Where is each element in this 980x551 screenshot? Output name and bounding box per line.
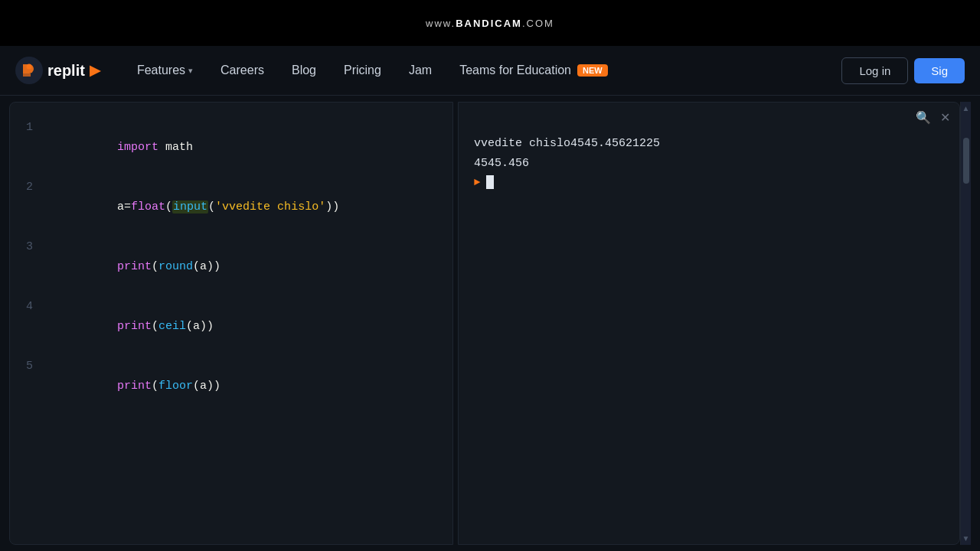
nav-blog[interactable]: Blog: [278, 57, 330, 83]
logo-arrow-icon: ▶: [90, 62, 100, 79]
line-code-3: print(round(a)): [48, 237, 452, 297]
bandicam-text: www.BANDICAM.COM: [426, 18, 554, 29]
svg-point-1: [27, 64, 32, 70]
nav-careers[interactable]: Careers: [207, 57, 278, 83]
cursor-block: [486, 175, 494, 189]
output-line-1: vvedite chislo4545.45621225: [474, 134, 944, 154]
output-header: 🔍 ✕: [459, 103, 959, 129]
line-number-5: 5: [10, 357, 48, 377]
line-code-5: print(floor(a)): [48, 357, 452, 416]
login-button[interactable]: Log in: [841, 57, 908, 84]
line-number-2: 2: [10, 178, 48, 197]
line-number-3: 3: [10, 237, 48, 257]
line-code-2: a=float(input('vvedite chislo')): [48, 178, 452, 237]
scrollbar-down-icon[interactable]: ▼: [961, 532, 971, 545]
search-icon[interactable]: 🔍: [916, 110, 931, 125]
editor-container: 1 import math 2 a=float(input('vvedite c…: [0, 96, 980, 551]
code-line-1: 1 import math: [10, 118, 452, 178]
code-line-4: 4 print(ceil(a)): [10, 297, 452, 357]
signup-button[interactable]: Sig: [914, 58, 965, 83]
output-panel: 🔍 ✕ vvedite chislo4545.45621225 4545.456…: [458, 102, 960, 545]
navbar: replit ▶ Features ▾ Careers Blog Pricing…: [0, 46, 980, 96]
logo-text: replit: [47, 62, 85, 80]
line-number-1: 1: [10, 118, 48, 138]
bandicam-watermark: www.BANDICAM.COM: [0, 0, 980, 46]
close-icon[interactable]: ✕: [940, 110, 950, 125]
nav-pricing[interactable]: Pricing: [330, 57, 395, 83]
line-code-1: import math: [48, 118, 452, 178]
code-line-5: 5 print(floor(a)): [10, 357, 452, 416]
nav-teams-education[interactable]: Teams for Education NEW: [446, 57, 622, 83]
nav-actions: Log in Sig: [841, 57, 965, 84]
scrollbar-thumb[interactable]: [963, 138, 969, 184]
nav-features[interactable]: Features ▾: [123, 57, 207, 83]
code-panel: 1 import math 2 a=float(input('vvedite c…: [9, 102, 453, 545]
logo[interactable]: replit ▶: [15, 57, 100, 84]
output-prompt: ►: [474, 175, 944, 189]
scrollbar[interactable]: ▲ ▼: [960, 102, 971, 545]
output-content: vvedite chislo4545.45621225 4545.456 ►: [459, 129, 959, 544]
output-line-2: 4545.456: [474, 154, 944, 174]
prompt-arrow-icon: ►: [474, 176, 480, 188]
features-chevron-icon: ▾: [188, 66, 193, 76]
code-line-3: 3 print(round(a)): [10, 237, 452, 297]
line-number-4: 4: [10, 297, 48, 317]
new-badge: NEW: [577, 64, 608, 77]
nav-jam[interactable]: Jam: [395, 57, 446, 83]
nav-links: Features ▾ Careers Blog Pricing Jam Team…: [123, 57, 842, 83]
code-line-2: 2 a=float(input('vvedite chislo')): [10, 178, 452, 237]
code-content[interactable]: 1 import math 2 a=float(input('vvedite c…: [10, 103, 452, 544]
line-code-4: print(ceil(a)): [48, 297, 452, 357]
scrollbar-up-icon[interactable]: ▲: [961, 102, 971, 115]
replit-logo-icon: [15, 57, 43, 84]
